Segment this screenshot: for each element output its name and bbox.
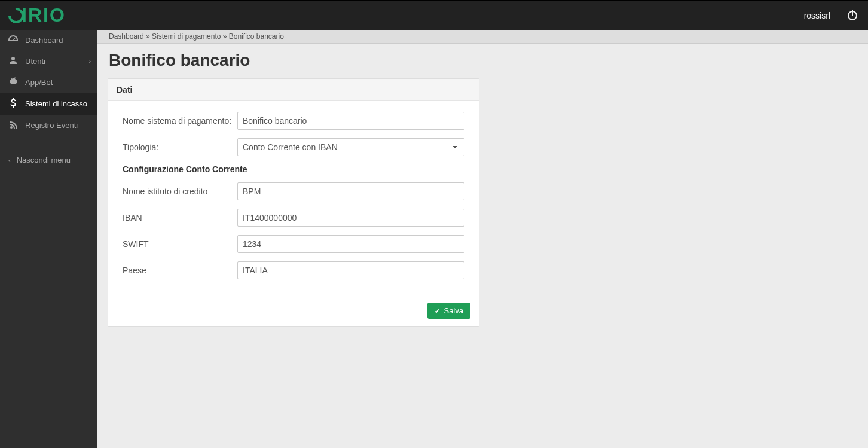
input-nome-sistema[interactable] [237, 112, 464, 130]
label-nome-sistema: Nome sistema di pagamento: [123, 116, 237, 126]
rss-icon [8, 120, 18, 130]
topbar-right: rossisrl [804, 10, 857, 22]
save-button-label: Salva [444, 306, 463, 315]
sidebar-item-utenti[interactable]: Utenti › [0, 51, 97, 72]
label-iban: IBAN [123, 213, 237, 223]
breadcrumb-dashboard[interactable]: Dashboard [109, 32, 144, 41]
power-icon[interactable] [848, 11, 857, 20]
label-tipologia: Tipologia: [123, 142, 237, 152]
sidebar-item-label: App/Bot [25, 78, 53, 87]
breadcrumb-sistemi[interactable]: Sistemi di pagamento [152, 32, 221, 41]
input-paese[interactable] [237, 261, 464, 279]
input-swift[interactable] [237, 235, 464, 253]
sidebar-item-dashboard[interactable]: Dashboard [0, 30, 97, 51]
save-button[interactable]: Salva [427, 303, 470, 319]
breadcrumb: Dashboard » Sistemi di pagamento » Bonif… [97, 30, 868, 44]
username-label[interactable]: rossisrl [804, 11, 830, 20]
label-swift: SWIFT [123, 239, 237, 249]
panel-heading: Dati [108, 79, 479, 101]
chevron-right-icon: › [89, 58, 91, 65]
check-icon [435, 306, 440, 315]
sidebar-item-label: Dashboard [25, 36, 63, 45]
topbar: IRIO rossisrl [0, 0, 868, 30]
label-istituto: Nome istituto di credito [123, 187, 237, 196]
sidebar-item-registro-eventi[interactable]: Registro Eventi [0, 115, 97, 136]
sidebar-item-label: Registro Eventi [25, 121, 78, 130]
input-istituto[interactable] [237, 182, 464, 200]
android-icon [8, 77, 18, 87]
sidebar-item-label: Utenti [25, 57, 45, 66]
user-icon [8, 56, 18, 66]
sidebar-item-appbot[interactable]: App/Bot [0, 72, 97, 93]
dashboard-icon [8, 35, 18, 45]
label-paese: Paese [123, 266, 237, 275]
input-iban[interactable] [237, 209, 464, 227]
dollar-icon [8, 98, 18, 109]
chevron-left-icon: ‹ [8, 157, 11, 164]
section-config: Configurazione Conto Corrente [123, 164, 464, 174]
brand-text: IRIO [22, 4, 66, 26]
topbar-divider [839, 10, 839, 22]
sidebar-item-sistemi-incasso[interactable]: Sistemi di incasso [0, 93, 97, 115]
sidebar: Dashboard Utenti › App/Bot Sistemi di in… [0, 30, 97, 448]
panel-dati: Dati Nome sistema di pagamento: Tipologi… [108, 78, 479, 327]
breadcrumb-current: Bonifico bancario [229, 32, 284, 41]
hide-menu-label: Nascondi menu [17, 156, 71, 164]
brand-logo[interactable]: IRIO [8, 4, 66, 26]
hide-menu-toggle[interactable]: ‹ Nascondi menu [0, 150, 97, 170]
main-content: Dashboard » Sistemi di pagamento » Bonif… [97, 30, 868, 448]
page-title: Bonifico bancario [108, 44, 857, 78]
select-tipologia[interactable]: Conto Corrente con IBAN [237, 138, 464, 156]
sidebar-item-label: Sistemi di incasso [25, 99, 87, 108]
